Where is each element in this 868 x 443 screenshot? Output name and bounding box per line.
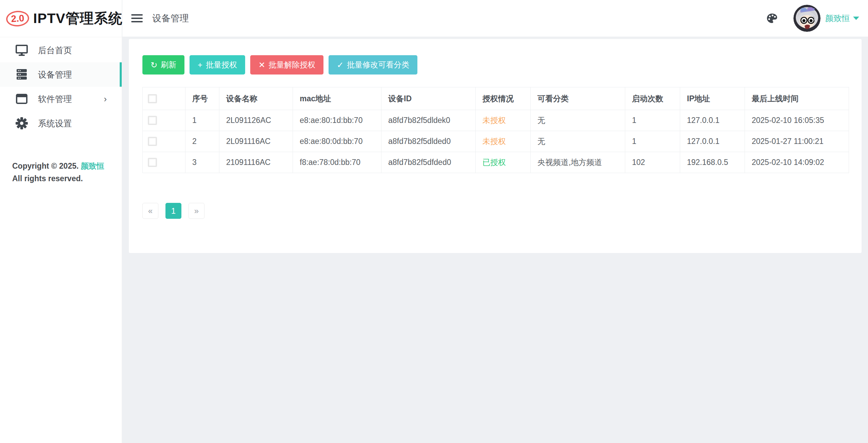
cell-ip: 127.0.0.1 <box>680 110 745 131</box>
cell-categories: 央视频道,地方频道 <box>531 152 625 173</box>
sidebar: 2.0 IPTV管理系统 后台首页 <box>0 0 122 443</box>
cell-last-online: 2025-02-10 14:09:02 <box>745 152 849 173</box>
topbar-right: 颜致恒 <box>766 5 859 32</box>
chevron-right-icon: › <box>104 94 107 103</box>
cell-categories: 无 <box>531 110 625 131</box>
user-menu[interactable]: 颜致恒 <box>825 13 859 24</box>
check-icon: ✓ <box>337 61 343 69</box>
pagination-page-1-button[interactable]: 1 <box>165 203 181 219</box>
pagination-next-button[interactable]: » <box>189 203 204 219</box>
cell-last-online: 2025-02-10 16:05:35 <box>745 110 849 131</box>
cell-categories: 无 <box>531 131 625 152</box>
sidebar-item-label: 软件管理 <box>38 93 72 105</box>
cell-device-id: a8fd7b82f5dfded0 <box>381 152 476 173</box>
sidebar-item-software[interactable]: 软件管理 › <box>0 87 122 111</box>
sidebar-item-label: 系统设置 <box>38 118 72 129</box>
table-header-row: 序号 设备名称 mac地址 设备ID 授权情况 可看分类 启动次数 IP地址 最… <box>143 87 849 110</box>
cell-index: 1 <box>185 110 219 131</box>
pagination: « 1 » <box>142 203 848 219</box>
topbar: 设备管理 <box>122 0 868 37</box>
device-table: 序号 设备名称 mac地址 设备ID 授权情况 可看分类 启动次数 IP地址 最… <box>142 87 849 173</box>
sidebar-item-label: 设备管理 <box>38 69 72 80</box>
copyright: Copyright © 2025. 颜致恒 All rights reserve… <box>0 160 122 185</box>
plus-icon: + <box>198 61 202 69</box>
gear-icon <box>15 117 28 130</box>
row-checkbox[interactable] <box>148 137 157 146</box>
table-row: 2 2L091116AC e8:ae:80:0d:bb:70 a8fd7b82f… <box>143 131 849 152</box>
cell-mac: f8:ae:78:0d:bb:70 <box>293 152 381 173</box>
device-card: ↻ 刷新 + 批量授权 ✕ 批量解除授权 ✓ 批量修改可看分类 <box>129 39 862 253</box>
copyright-suffix: All rights reserved. <box>12 174 83 183</box>
col-index: 序号 <box>185 87 219 110</box>
user-avatar[interactable] <box>793 5 821 32</box>
sidebar-menu: 后台首页 设备管理 软件管理 <box>0 37 122 135</box>
batch-authorize-button[interactable]: + 批量授权 <box>190 55 245 75</box>
main-content: ↻ 刷新 + 批量授权 ✕ 批量解除授权 ✓ 批量修改可看分类 <box>122 37 868 443</box>
sidebar-item-devices[interactable]: 设备管理 <box>0 62 122 87</box>
batch-modify-category-button[interactable]: ✓ 批量修改可看分类 <box>329 55 417 75</box>
cell-index: 3 <box>185 152 219 173</box>
app-title: IPTV管理系统 <box>33 9 122 28</box>
table-row: 3 21091116AC f8:ae:78:0d:bb:70 a8fd7b82f… <box>143 152 849 173</box>
col-ip: IP地址 <box>680 87 745 110</box>
cell-device-name: 2L091116AC <box>219 131 293 152</box>
cell-device-name: 21091116AC <box>219 152 293 173</box>
col-categories: 可看分类 <box>531 87 625 110</box>
desktop-icon <box>15 44 28 56</box>
caret-down-icon <box>853 17 859 20</box>
table-row: 1 2L091126AC e8:ae:80:1d:bb:70 a8fd7b82f… <box>143 110 849 131</box>
sidebar-item-settings[interactable]: 系统设置 <box>0 111 122 135</box>
cell-auth-status: 已授权 <box>476 152 531 173</box>
col-device-name: 设备名称 <box>219 87 293 110</box>
cell-auth-status: 未授权 <box>476 110 531 131</box>
cell-mac: e8:ae:80:1d:bb:70 <box>293 110 381 131</box>
cell-last-online: 2025-01-27 11:00:21 <box>745 131 849 152</box>
col-auth-status: 授权情况 <box>476 87 531 110</box>
theme-palette-icon[interactable] <box>766 13 778 24</box>
refresh-icon: ↻ <box>151 61 157 69</box>
col-last-online: 最后上线时间 <box>745 87 849 110</box>
cell-device-name: 2L091126AC <box>219 110 293 131</box>
refresh-button[interactable]: ↻ 刷新 <box>142 55 184 75</box>
cell-device-id: a8fd7b82f5dlded0 <box>381 131 476 152</box>
select-all-checkbox[interactable] <box>148 94 157 103</box>
toolbar: ↻ 刷新 + 批量授权 ✕ 批量解除授权 ✓ 批量修改可看分类 <box>142 55 848 75</box>
username: 颜致恒 <box>825 13 850 24</box>
version-badge: 2.0 <box>5 10 29 27</box>
batch-deauthorize-button[interactable]: ✕ 批量解除授权 <box>250 55 323 75</box>
cell-boot-count: 102 <box>625 152 680 173</box>
sidebar-item-label: 后台首页 <box>38 45 72 56</box>
cell-index: 2 <box>185 131 219 152</box>
cell-mac: e8:ae:80:0d:bb:70 <box>293 131 381 152</box>
pagination-prev-button[interactable]: « <box>142 203 158 219</box>
copyright-prefix: Copyright © 2025. <box>12 162 79 170</box>
sidebar-item-dashboard[interactable]: 后台首页 <box>0 38 122 62</box>
server-icon <box>15 68 28 81</box>
row-checkbox[interactable] <box>148 158 157 167</box>
row-checkbox[interactable] <box>148 116 157 125</box>
page-title: 设备管理 <box>152 12 189 24</box>
menu-toggle-icon[interactable] <box>131 14 143 22</box>
cell-ip: 192.168.0.5 <box>680 152 745 173</box>
close-icon: ✕ <box>258 61 265 69</box>
cell-device-id: a8fd7b82f5dldek0 <box>381 110 476 131</box>
cell-ip: 127.0.0.1 <box>680 131 745 152</box>
copyright-owner-link[interactable]: 颜致恒 <box>81 162 104 170</box>
cell-boot-count: 1 <box>625 110 680 131</box>
col-boot-count: 启动次数 <box>625 87 680 110</box>
cell-auth-status: 未授权 <box>476 131 531 152</box>
col-mac: mac地址 <box>293 87 381 110</box>
logo: 2.0 IPTV管理系统 <box>0 0 122 37</box>
col-device-id: 设备ID <box>381 87 476 110</box>
window-icon <box>15 93 28 104</box>
cell-boot-count: 1 <box>625 131 680 152</box>
